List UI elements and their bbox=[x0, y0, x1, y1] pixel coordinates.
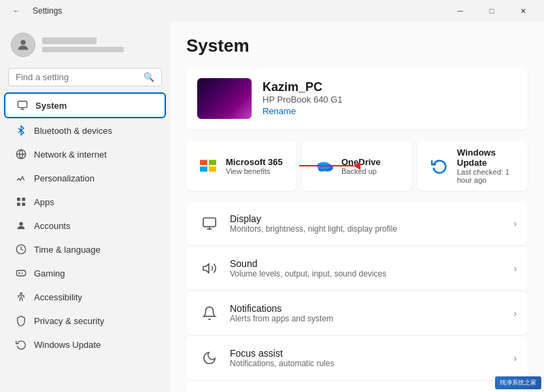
svg-rect-16 bbox=[209, 166, 216, 172]
status-item-microsoft365[interactable]: Microsoft 365 View benefits bbox=[186, 141, 296, 191]
sound-text: Sound Volume levels, output, input, soun… bbox=[230, 258, 513, 279]
display-text: Display Monitors, brightness, night ligh… bbox=[230, 213, 513, 234]
accessibility-icon bbox=[15, 291, 27, 303]
svg-marker-23 bbox=[203, 264, 209, 273]
update-icon bbox=[15, 338, 27, 351]
title-bar: ← Settings ─ □ ✕ bbox=[0, 0, 544, 22]
privacy-icon bbox=[15, 315, 27, 327]
display-title: Display bbox=[230, 213, 513, 224]
svg-rect-7 bbox=[17, 202, 20, 206]
minimize-button[interactable]: ─ bbox=[445, 0, 476, 22]
gaming-icon bbox=[15, 267, 27, 279]
settings-list: Display Monitors, brightness, night ligh… bbox=[186, 202, 528, 392]
status-item-onedrive[interactable]: OneDrive Backed up bbox=[302, 141, 412, 191]
sidebar-item-gaming[interactable]: Gaming bbox=[4, 262, 166, 285]
focusassist-icon bbox=[197, 346, 222, 370]
sound-icon bbox=[197, 256, 222, 281]
search-icon: 🔍 bbox=[143, 72, 154, 82]
onedrive-icon bbox=[313, 155, 335, 177]
notifications-chevron: › bbox=[513, 308, 517, 319]
watermark: 纯净系统之家 bbox=[495, 376, 541, 389]
sound-chevron: › bbox=[513, 263, 517, 274]
sidebar-item-accounts[interactable]: Accounts bbox=[4, 214, 166, 237]
svg-rect-20 bbox=[203, 218, 216, 227]
settings-item-sound[interactable]: Sound Volume levels, output, input, soun… bbox=[186, 247, 528, 290]
app-body: 🔍 System Bluetooth & devices Network & i… bbox=[0, 22, 544, 392]
sidebar-item-bluetooth[interactable]: Bluetooth & devices bbox=[4, 119, 166, 142]
pc-details: Kazim_PC HP ProBook 640 G1 Rename bbox=[262, 80, 343, 117]
sidebar-item-label: Apps bbox=[34, 197, 54, 207]
search-box[interactable]: 🔍 bbox=[8, 68, 162, 86]
svg-rect-13 bbox=[200, 160, 207, 165]
avatar bbox=[11, 33, 35, 57]
status-item-windowsupdate[interactable]: Windows Update Last checked: 1 hour ago bbox=[418, 141, 528, 191]
focusassist-desc: Notifications, automatic rules bbox=[230, 359, 513, 368]
focusassist-text: Focus assist Notifications, automatic ru… bbox=[230, 348, 513, 368]
search-input[interactable] bbox=[16, 72, 139, 82]
display-icon bbox=[197, 211, 222, 236]
content-area: System Kazim_PC HP ProBook 640 G1 Rename… bbox=[170, 22, 544, 392]
sidebar-item-update[interactable]: Windows Update bbox=[4, 333, 166, 356]
device-model: HP ProBook 640 G1 bbox=[262, 94, 343, 105]
user-section bbox=[0, 27, 170, 65]
bluetooth-icon bbox=[15, 124, 27, 137]
svg-point-12 bbox=[20, 293, 22, 295]
rename-link[interactable]: Rename bbox=[262, 106, 296, 116]
settings-item-notifications[interactable]: Notifications Alerts from apps and syste… bbox=[186, 291, 528, 335]
svg-point-9 bbox=[19, 222, 22, 226]
sidebar-item-label: System bbox=[35, 101, 67, 111]
accounts-icon bbox=[15, 219, 27, 232]
svg-rect-14 bbox=[209, 160, 216, 165]
settings-item-focusassist[interactable]: Focus assist Notifications, automatic ru… bbox=[186, 336, 528, 380]
sidebar-item-personalization[interactable]: Personalization bbox=[4, 166, 166, 190]
sidebar-item-network[interactable]: Network & internet bbox=[4, 143, 166, 166]
windowsupdate-label: Windows Update bbox=[457, 147, 517, 168]
windowsupdate-text: Windows Update Last checked: 1 hour ago bbox=[457, 147, 517, 184]
notifications-desc: Alerts from apps and system bbox=[230, 314, 513, 323]
sidebar-item-system[interactable]: System bbox=[4, 92, 166, 118]
svg-point-19 bbox=[317, 162, 330, 169]
notifications-icon bbox=[197, 301, 222, 325]
sidebar-item-privacy[interactable]: Privacy & security bbox=[4, 309, 166, 332]
user-name bbox=[42, 37, 97, 44]
settings-item-display[interactable]: Display Monitors, brightness, night ligh… bbox=[186, 202, 528, 245]
close-button[interactable]: ✕ bbox=[507, 0, 539, 22]
svg-rect-8 bbox=[22, 202, 25, 206]
window-title: Settings bbox=[33, 6, 62, 16]
pc-info-card: Kazim_PC HP ProBook 640 G1 Rename bbox=[186, 67, 528, 130]
page-title: System bbox=[186, 35, 528, 56]
onedrive-sublabel: Backed up bbox=[341, 167, 381, 175]
system-icon bbox=[16, 99, 29, 111]
notifications-text: Notifications Alerts from apps and syste… bbox=[230, 303, 513, 323]
status-row: Microsoft 365 View benefits OneDrive Bac… bbox=[186, 141, 528, 191]
settings-item-power[interactable]: Power & battery Sleep, battery usage, ba… bbox=[186, 381, 528, 392]
sidebar: 🔍 System Bluetooth & devices Network & i… bbox=[0, 22, 170, 392]
network-icon bbox=[15, 148, 27, 160]
sidebar-item-time[interactable]: Time & language bbox=[4, 238, 166, 261]
sidebar-item-label: Gaming bbox=[34, 268, 65, 279]
sidebar-item-label: Time & language bbox=[34, 245, 101, 255]
pc-thumbnail bbox=[197, 78, 252, 119]
sound-title: Sound bbox=[230, 258, 513, 269]
back-button[interactable]: ← bbox=[5, 0, 27, 22]
onedrive-label: OneDrive bbox=[341, 157, 381, 167]
svg-rect-5 bbox=[17, 198, 20, 201]
focusassist-title: Focus assist bbox=[230, 348, 513, 359]
sidebar-item-apps[interactable]: Apps bbox=[4, 190, 166, 213]
microsoft365-text: Microsoft 365 View benefits bbox=[226, 157, 283, 175]
user-email bbox=[42, 47, 124, 52]
maximize-button[interactable]: □ bbox=[476, 0, 507, 22]
title-bar-left: ← Settings bbox=[5, 0, 62, 22]
windowsupdate-icon bbox=[428, 155, 450, 177]
sidebar-item-label: Accounts bbox=[34, 221, 70, 231]
minimize-icon: ─ bbox=[458, 7, 463, 15]
svg-rect-6 bbox=[22, 198, 25, 201]
svg-rect-11 bbox=[16, 270, 25, 276]
svg-rect-15 bbox=[200, 166, 207, 172]
time-icon bbox=[15, 243, 27, 255]
user-info bbox=[42, 37, 124, 52]
windowsupdate-sublabel: Last checked: 1 hour ago bbox=[457, 168, 517, 184]
sidebar-item-accessibility[interactable]: Accessibility bbox=[4, 285, 166, 308]
apps-icon bbox=[15, 196, 27, 208]
microsoft365-sublabel: View benefits bbox=[226, 167, 283, 175]
